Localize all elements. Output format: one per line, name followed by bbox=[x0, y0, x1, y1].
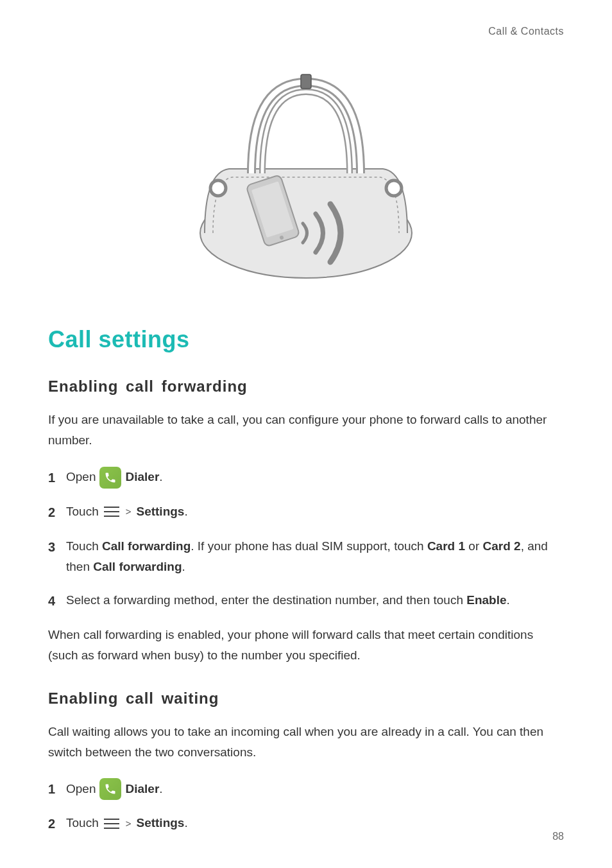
step-bold: Call forwarding bbox=[102, 539, 191, 553]
hero-illustration bbox=[48, 69, 564, 281]
gt-symbol: > bbox=[126, 503, 132, 520]
step-bold: Call forwarding bbox=[93, 560, 182, 573]
step-post: . bbox=[159, 470, 162, 483]
step-bold: Card 1 bbox=[427, 539, 465, 553]
step-number: 1 bbox=[48, 778, 64, 800]
section2-steps: 1 Open Dialer. 2 Touch > bbox=[48, 778, 564, 835]
dialer-icon bbox=[99, 467, 121, 489]
step-post: . bbox=[184, 505, 187, 518]
step-text: Open bbox=[66, 779, 96, 799]
gt-symbol: > bbox=[126, 815, 132, 832]
section1-intro: If you are unavailable to take a call, y… bbox=[48, 410, 564, 451]
step-text: Touch bbox=[66, 539, 102, 553]
step-text: Touch bbox=[66, 501, 99, 522]
step-1: 1 Open Dialer. bbox=[48, 778, 564, 800]
section2-heading: Enabling call waiting bbox=[48, 690, 564, 707]
step-4: 4 Select a forwarding method, enter the … bbox=[48, 590, 564, 612]
section1-heading: Enabling call forwarding bbox=[48, 378, 564, 395]
svg-point-3 bbox=[386, 180, 402, 196]
step-bold: Card 2 bbox=[482, 539, 520, 553]
step-number: 1 bbox=[48, 467, 64, 489]
step-text: . bbox=[507, 593, 510, 607]
step-2: 2 Touch > Settings. bbox=[48, 813, 564, 835]
step-text: . bbox=[182, 560, 185, 573]
step-post: . bbox=[159, 782, 162, 795]
step-text: Select a forwarding method, enter the de… bbox=[66, 593, 466, 607]
step-2: 2 Touch > Settings. bbox=[48, 501, 564, 523]
dialer-icon bbox=[99, 778, 121, 800]
section1-steps: 1 Open Dialer. 2 Touch > Settings. bbox=[48, 467, 564, 612]
svg-rect-1 bbox=[301, 74, 311, 89]
step-post: . bbox=[184, 816, 187, 829]
step-number: 2 bbox=[48, 813, 64, 835]
step-number: 2 bbox=[48, 501, 64, 523]
page-number: 88 bbox=[552, 831, 564, 842]
section1-after: When call forwarding is enabled, your ph… bbox=[48, 625, 564, 666]
menu-icon bbox=[103, 817, 121, 831]
step-number: 3 bbox=[48, 536, 64, 558]
step-bold: Dialer bbox=[125, 782, 159, 795]
step-text: . If your phone has dual SIM support, to… bbox=[191, 539, 427, 553]
page-title: Call settings bbox=[48, 326, 564, 353]
breadcrumb: Call & Contacts bbox=[48, 26, 564, 37]
svg-point-2 bbox=[210, 180, 226, 196]
menu-icon bbox=[103, 505, 121, 519]
step-3: 3 Touch Call forwarding. If your phone h… bbox=[48, 536, 564, 578]
step-text: or bbox=[465, 539, 482, 553]
step-1: 1 Open Dialer. bbox=[48, 467, 564, 489]
section2-intro: Call waiting allows you to take an incom… bbox=[48, 722, 564, 763]
step-bold: Settings bbox=[136, 816, 184, 829]
step-number: 4 bbox=[48, 590, 64, 612]
step-text: Touch bbox=[66, 813, 99, 833]
step-bold: Enable bbox=[466, 593, 506, 607]
step-bold: Dialer bbox=[125, 470, 159, 483]
step-bold: Settings bbox=[136, 505, 184, 518]
step-text: Open bbox=[66, 467, 96, 487]
